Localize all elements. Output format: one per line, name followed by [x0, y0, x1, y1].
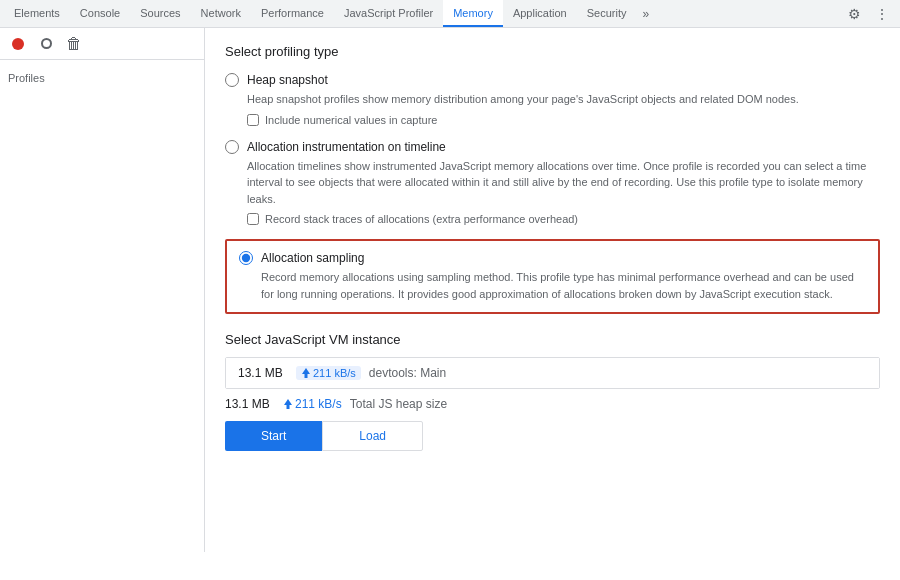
settings-icon[interactable]: ⚙ [842, 2, 866, 26]
section-title: Select profiling type [225, 44, 880, 59]
main-layout: 🗑 Profiles Select profiling type Heap sn… [0, 28, 900, 552]
stop-icon [41, 38, 52, 49]
stop-button[interactable] [34, 32, 58, 56]
allocation-sampling-radio[interactable] [239, 251, 253, 265]
vm-name: devtools: Main [369, 366, 446, 380]
allocation-timeline-checkbox[interactable] [247, 213, 259, 225]
vm-row[interactable]: 13.1 MB 211 kB/s devtools: Main [226, 358, 879, 388]
allocation-sampling-label[interactable]: Allocation sampling [239, 251, 866, 265]
record-button[interactable] [6, 32, 30, 56]
vm-size: 13.1 MB [238, 366, 288, 380]
allocation-timeline-desc: Allocation timelines show instrumented J… [247, 158, 880, 208]
more-options-icon[interactable]: ⋮ [870, 2, 894, 26]
content-area: Select profiling type Heap snapshot Heap… [205, 28, 900, 552]
heap-snapshot-checkbox-row: Include numerical values in capture [247, 114, 880, 126]
more-tabs-button[interactable]: » [636, 0, 655, 27]
allocation-timeline-text: Allocation instrumentation on timeline [247, 140, 446, 154]
profiles-heading: Profiles [8, 68, 196, 88]
tab-sources[interactable]: Sources [130, 0, 190, 27]
svg-rect-1 [305, 374, 308, 378]
allocation-timeline-label[interactable]: Allocation instrumentation on timeline [225, 140, 880, 154]
start-button[interactable]: Start [225, 421, 322, 451]
clear-button[interactable]: 🗑 [62, 32, 86, 56]
up-arrow-icon [301, 367, 311, 379]
heap-snapshot-checkbox-label: Include numerical values in capture [265, 114, 437, 126]
tab-performance[interactable]: Performance [251, 0, 334, 27]
footer-speed-value: 211 kB/s [295, 397, 342, 411]
footer-bar: 13.1 MB 211 kB/s Total JS heap size [225, 389, 880, 421]
footer-label: Total JS heap size [350, 397, 447, 411]
svg-marker-0 [302, 368, 310, 374]
sidebar-toolbar: 🗑 [0, 28, 204, 60]
footer-size: 13.1 MB [225, 397, 275, 411]
footer-speed: 211 kB/s [283, 397, 342, 411]
heap-snapshot-desc: Heap snapshot profiles show memory distr… [247, 91, 880, 108]
tab-network[interactable]: Network [191, 0, 251, 27]
heap-snapshot-label[interactable]: Heap snapshot [225, 73, 880, 87]
allocation-timeline-checkbox-label: Record stack traces of allocations (extr… [265, 213, 578, 225]
sidebar: 🗑 Profiles [0, 28, 205, 552]
tab-memory[interactable]: Memory [443, 0, 503, 27]
tab-elements[interactable]: Elements [4, 0, 70, 27]
action-buttons: Start Load [225, 421, 880, 451]
footer-up-arrow-icon [283, 398, 293, 410]
vm-section-title: Select JavaScript VM instance [225, 332, 880, 347]
tab-security[interactable]: Security [577, 0, 637, 27]
sidebar-content: Profiles [0, 60, 204, 96]
record-icon [12, 38, 24, 50]
heap-snapshot-option: Heap snapshot Heap snapshot profiles sho… [225, 73, 880, 126]
load-button[interactable]: Load [322, 421, 423, 451]
vm-table: 13.1 MB 211 kB/s devtools: Main [225, 357, 880, 389]
allocation-sampling-text: Allocation sampling [261, 251, 364, 265]
heap-snapshot-checkbox[interactable] [247, 114, 259, 126]
heap-snapshot-radio[interactable] [225, 73, 239, 87]
nav-settings: ⚙ ⋮ [836, 0, 900, 27]
allocation-timeline-option: Allocation instrumentation on timeline A… [225, 140, 880, 226]
tab-console[interactable]: Console [70, 0, 130, 27]
allocation-timeline-checkbox-row: Record stack traces of allocations (extr… [247, 213, 880, 225]
allocation-timeline-radio[interactable] [225, 140, 239, 154]
svg-rect-3 [287, 405, 290, 409]
nav-tabs-bar: Elements Console Sources Network Perform… [0, 0, 900, 28]
allocation-sampling-option: Allocation sampling Record memory alloca… [225, 239, 880, 314]
heap-snapshot-text: Heap snapshot [247, 73, 328, 87]
tab-js-profiler[interactable]: JavaScript Profiler [334, 0, 443, 27]
allocation-sampling-desc: Record memory allocations using sampling… [261, 269, 866, 302]
vm-speed-value: 211 kB/s [313, 367, 356, 379]
svg-marker-2 [284, 399, 292, 405]
tab-application[interactable]: Application [503, 0, 577, 27]
vm-speed-badge: 211 kB/s [296, 366, 361, 380]
